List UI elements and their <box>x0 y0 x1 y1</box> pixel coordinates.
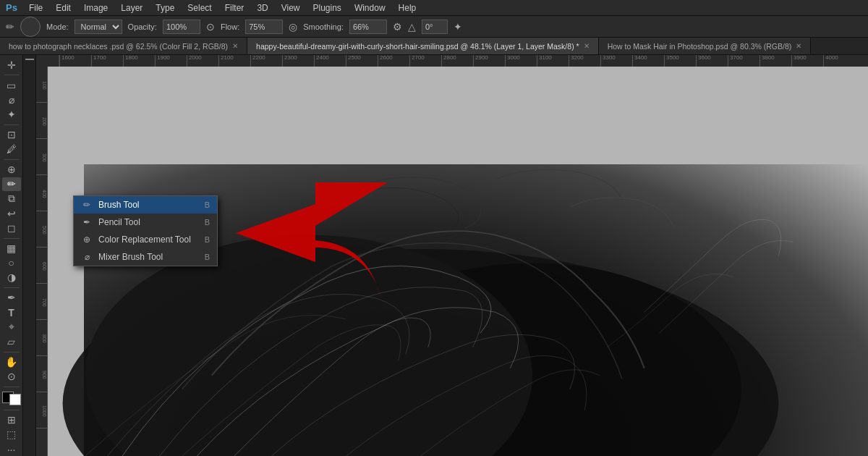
toolbar-separator-6 <box>4 352 20 352</box>
zoom-tool[interactable]: ⊙ <box>2 370 21 384</box>
ruler-tick-2300: 2300 <box>282 55 314 67</box>
canvas[interactable]: ✏ Brush Tool B ✒ Pencil Tool B ⊕ Color R… <box>48 67 868 456</box>
menu-3d[interactable]: 3D <box>251 1 273 14</box>
canvas-container: 1600 1700 1800 1900 2000 2100 2200 2300 … <box>36 55 868 456</box>
ruler-horizontal: 1600 1700 1800 1900 2000 2100 2200 2300 … <box>36 55 868 67</box>
flow-input[interactable] <box>245 20 283 34</box>
tab-bar: how to photograph necklaces .psd @ 62.5%… <box>0 38 868 55</box>
brush-tool[interactable]: ✏ <box>2 177 21 191</box>
brush-tool-key: B <box>205 200 210 209</box>
ruler-tick-3200: 3200 <box>569 55 600 67</box>
toolbar-separator-7 <box>4 387 20 387</box>
menu-window[interactable]: Window <box>349 1 391 14</box>
mode-select[interactable]: Normal <box>75 20 122 34</box>
move-tool[interactable]: ✛ <box>2 58 21 72</box>
ruler-tick-1700: 1700 <box>91 55 123 67</box>
toolbar-separator-8 <box>4 410 20 410</box>
main-area: ✛ ▭ ⌀ ✦ ⊡ 🖉 ⊕ ✏ ⧉ ↩ ◻ ▦ ○ ◑ ✒ T ⌖ ▱ ✋ ⊙ … <box>0 55 868 456</box>
eyedropper-tool[interactable]: 🖉 <box>2 143 21 156</box>
menu-layer[interactable]: Layer <box>115 1 148 14</box>
shape-tool[interactable]: ▱ <box>2 334 21 348</box>
tab-hair-close[interactable]: ✕ <box>584 42 590 50</box>
color-swatches[interactable] <box>2 392 21 405</box>
tab-necklaces-label: how to photograph necklaces .psd @ 62.5%… <box>9 42 228 51</box>
text-tool[interactable]: T <box>2 305 21 319</box>
tab-necklaces[interactable]: how to photograph necklaces .psd @ 62.5%… <box>0 38 247 54</box>
ruler-tick-3700: 3700 <box>728 55 760 67</box>
color-replacement-tool-menu-icon: ⊕ <box>81 235 93 245</box>
brush-tool-label: Brush Tool <box>98 200 199 210</box>
context-menu-color-replacement-tool[interactable]: ⊕ Color Replacement Tool B <box>74 231 217 248</box>
tab-maskhair-close[interactable]: ✕ <box>796 42 801 50</box>
settings-icon[interactable]: ⚙ <box>393 21 402 33</box>
blur-tool[interactable]: ○ <box>2 256 21 270</box>
pen-tool[interactable]: ✒ <box>2 291 21 305</box>
ruler-left-tick-1000: 1000 <box>36 392 47 428</box>
screen-mode[interactable]: ⬚ <box>2 428 21 442</box>
symmetry-icon[interactable]: ✦ <box>454 21 462 33</box>
angle-input[interactable] <box>422 20 448 34</box>
ps-logo: Ps <box>6 2 17 13</box>
ruler-tick-1900: 1900 <box>155 55 187 67</box>
ruler-tick-3500: 3500 <box>664 55 696 67</box>
context-menu-mixer-brush-tool[interactable]: ⌀ Mixer Brush Tool B <box>74 248 217 266</box>
tab-maskhair[interactable]: How to Mask Hair in Photoshop.psd @ 80.3… <box>599 38 812 54</box>
ruler-tick-2000: 2000 <box>187 55 218 67</box>
path-selection-tool[interactable]: ⌖ <box>2 320 21 334</box>
menu-plugins[interactable]: Plugins <box>307 1 347 14</box>
history-brush-tool[interactable]: ↩ <box>2 206 21 220</box>
ruler-tick-1600: 1600 <box>59 55 91 67</box>
ruler-tick-2400: 2400 <box>314 55 346 67</box>
magic-wand-tool[interactable]: ✦ <box>2 107 21 121</box>
ruler-tick-3100: 3100 <box>537 55 569 67</box>
menu-help[interactable]: Help <box>393 1 422 14</box>
ruler-left-tick-700: 700 <box>36 284 47 320</box>
ruler-tick-1800: 1800 <box>123 55 155 67</box>
ruler-tick-2700: 2700 <box>409 55 441 67</box>
smoothing-label: Smoothing: <box>303 22 344 31</box>
hand-tool[interactable]: ✋ <box>2 355 21 368</box>
menu-edit[interactable]: Edit <box>50 1 77 14</box>
crop-tool[interactable]: ⊡ <box>2 127 21 141</box>
smoothing-input[interactable] <box>349 20 387 34</box>
menu-type[interactable]: Type <box>150 1 180 14</box>
options-bar: ✏ Mode: Normal Opacity: ⊙ Flow: ◎ Smooth… <box>0 16 868 38</box>
rectangular-marquee-tool[interactable]: ▭ <box>2 78 21 92</box>
pressure-opacity-icon: ⊙ <box>206 21 215 33</box>
context-menu: ✏ Brush Tool B ✒ Pencil Tool B ⊕ Color R… <box>73 195 218 266</box>
context-menu-brush-tool[interactable]: ✏ Brush Tool B <box>74 196 217 214</box>
airbrush-icon: ◎ <box>289 21 297 33</box>
pencil-tool-key: B <box>205 218 210 227</box>
ruler-corner <box>48 55 59 67</box>
healing-tool[interactable]: ⊕ <box>2 163 21 177</box>
menu-file[interactable]: File <box>23 1 48 14</box>
menu-image[interactable]: Image <box>78 1 114 14</box>
ruler-tick-2500: 2500 <box>346 55 378 67</box>
ruler-tick-3000: 3000 <box>505 55 537 67</box>
pencil-tool-menu-icon: ✒ <box>81 217 93 227</box>
quick-mask-mode[interactable]: ⊞ <box>2 413 21 426</box>
gradient-tool[interactable]: ▦ <box>2 241 21 255</box>
flow-label: Flow: <box>221 22 239 31</box>
tab-necklaces-close[interactable]: ✕ <box>232 42 238 50</box>
context-menu-pencil-tool[interactable]: ✒ Pencil Tool B <box>74 214 217 231</box>
dodge-tool[interactable]: ◑ <box>2 271 21 284</box>
tab-hair[interactable]: happy-beautiful-dreamy-girl-with-curly-s… <box>247 38 599 54</box>
menu-select[interactable]: Select <box>182 1 217 14</box>
ruler-tick-4000: 4000 <box>823 55 855 67</box>
ruler-left-tick-900: 900 <box>36 356 47 392</box>
lasso-tool[interactable]: ⌀ <box>2 93 21 106</box>
menu-bar: Ps File Edit Image Layer Type Select Fil… <box>0 0 868 16</box>
ruler-tick-2800: 2800 <box>441 55 473 67</box>
menu-filter[interactable]: Filter <box>219 1 250 14</box>
clone-stamp-tool[interactable]: ⧉ <box>2 192 21 206</box>
ruler-tick-3800: 3800 <box>760 55 791 67</box>
opacity-input[interactable] <box>163 20 200 34</box>
background-color[interactable] <box>9 394 21 405</box>
menu-view[interactable]: View <box>276 1 306 14</box>
brush-preview[interactable] <box>20 17 41 37</box>
eraser-tool[interactable]: ◻ <box>2 221 21 235</box>
more-tools[interactable]: ··· <box>2 442 21 456</box>
ruler-tick-2600: 2600 <box>378 55 409 67</box>
ruler-left-tick-400: 400 <box>36 175 47 211</box>
